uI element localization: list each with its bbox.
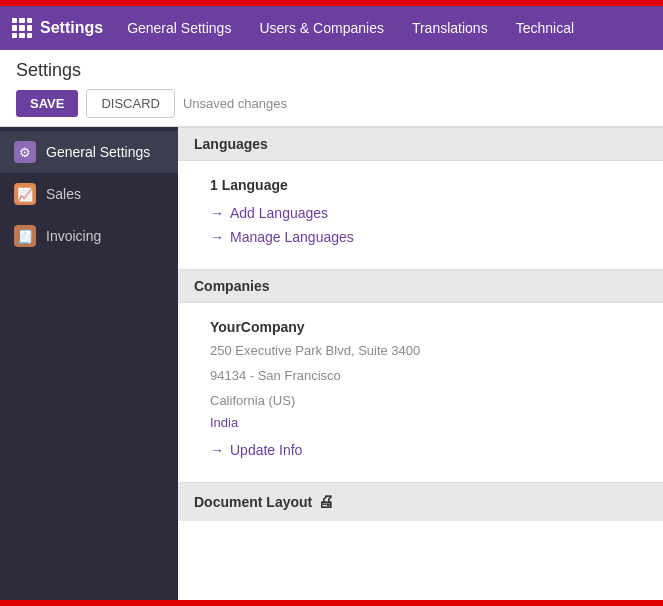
bottom-red-bar xyxy=(0,600,663,606)
nav-bar: Settings General Settings Users & Compan… xyxy=(0,6,663,50)
printer-icon: 🖨 xyxy=(318,493,334,511)
sidebar-label-invoicing: Invoicing xyxy=(46,228,101,244)
page-actions: SAVE DISCARD Unsaved changes xyxy=(16,89,647,126)
company-name: YourCompany xyxy=(210,319,631,335)
main-layout: ⚙ General Settings 📈 Sales 🧾 Invoicing L… xyxy=(0,127,663,606)
languages-section-body: 1 Language → Add Languages → Manage Lang… xyxy=(178,161,663,269)
document-layout-section[interactable]: Document Layout 🖨 xyxy=(178,482,663,521)
arrow-right-icon: → xyxy=(210,205,224,221)
save-button[interactable]: SAVE xyxy=(16,90,78,117)
grid-icon xyxy=(12,18,32,38)
company-address-1: 250 Executive Park Blvd, Suite 3400 xyxy=(210,341,631,362)
manage-languages-link[interactable]: → Manage Languages xyxy=(210,229,631,245)
company-address-2: 94134 - San Francisco xyxy=(210,366,631,387)
languages-section-header: Languages xyxy=(178,127,663,161)
sidebar: ⚙ General Settings 📈 Sales 🧾 Invoicing xyxy=(0,127,178,606)
companies-section-body: YourCompany 250 Executive Park Blvd, Sui… xyxy=(178,303,663,482)
update-info-label: Update Info xyxy=(230,442,302,458)
app-logo[interactable]: Settings xyxy=(12,18,103,38)
arrow-right-icon-2: → xyxy=(210,229,224,245)
arrow-right-icon-3: → xyxy=(210,442,224,458)
sidebar-item-sales[interactable]: 📈 Sales xyxy=(0,173,178,215)
discard-button[interactable]: DISCARD xyxy=(86,89,175,118)
add-languages-link[interactable]: → Add Languages xyxy=(210,205,631,221)
app-name: Settings xyxy=(40,19,103,37)
add-languages-label: Add Languages xyxy=(230,205,328,221)
manage-languages-label: Manage Languages xyxy=(230,229,354,245)
sidebar-item-general-settings[interactable]: ⚙ General Settings xyxy=(0,131,178,173)
companies-section-header: Companies xyxy=(178,269,663,303)
sidebar-label-sales: Sales xyxy=(46,186,81,202)
language-count: 1 Language xyxy=(210,177,631,193)
nav-item-general-settings[interactable]: General Settings xyxy=(115,6,243,50)
chart-icon: 📈 xyxy=(14,183,36,205)
page-header: Settings SAVE DISCARD Unsaved changes xyxy=(0,50,663,127)
update-info-link[interactable]: → Update Info xyxy=(210,442,631,458)
sidebar-item-invoicing[interactable]: 🧾 Invoicing xyxy=(0,215,178,257)
nav-item-translations[interactable]: Translations xyxy=(400,6,500,50)
sidebar-label-general-settings: General Settings xyxy=(46,144,150,160)
invoice-icon: 🧾 xyxy=(14,225,36,247)
page-title: Settings xyxy=(16,60,647,81)
unsaved-changes-label: Unsaved changes xyxy=(183,96,287,111)
content-area: Languages 1 Language → Add Languages → M… xyxy=(178,127,663,606)
nav-item-technical[interactable]: Technical xyxy=(504,6,586,50)
document-layout-label: Document Layout xyxy=(194,494,312,510)
company-country: India xyxy=(210,415,631,430)
nav-item-users-companies[interactable]: Users & Companies xyxy=(247,6,396,50)
company-address-3: California (US) xyxy=(210,391,631,412)
gear-icon: ⚙ xyxy=(14,141,36,163)
